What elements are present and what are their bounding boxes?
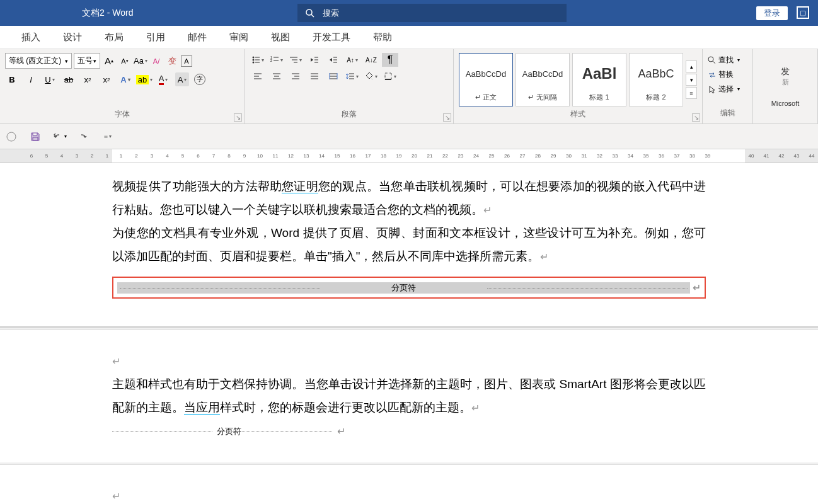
change-case-button[interactable]: Aa [134,54,147,68]
paragraph-2[interactable]: 为使您的文档具有专业外观，Word 提供了页眉、页脚、封面和文本框设计，这些设计… [112,221,706,268]
save-icon [30,131,41,142]
replace-icon [708,71,717,79]
ribbon-tabs: 插入 设计 布局 引用 邮件 审阅 视图 开发工具 帮助 [0,26,818,49]
sort-button[interactable]: A↓Z [363,53,379,67]
qat-customize[interactable]: ＝▾ [100,129,115,144]
qat-button-1[interactable] [4,129,19,144]
styles-expand[interactable]: ≡ [686,87,697,99]
font-name-select[interactable]: 等线 (西文正文)▾ [5,53,72,69]
phonetic-guide-button[interactable]: A/ [149,54,163,68]
styles-dialog-launcher[interactable]: ↘ [692,113,700,122]
tab-insert[interactable]: 插入 [19,26,43,49]
tab-mailings[interactable]: 邮件 [185,26,209,49]
page-1: 视频提供了功能强大的方法帮助您证明您的观点。当您单击联机视频时，可以在想要添加的… [0,163,818,328]
break-mark-icon: ↵ [693,282,701,294]
shrink-font-button[interactable]: A▾ [118,54,132,68]
tab-design[interactable]: 设计 [60,26,84,49]
bullets-button[interactable] [250,53,266,67]
break-mark-icon: ↵ [337,425,345,437]
empty-para[interactable]: ↵ [112,349,706,372]
horizontal-ruler[interactable]: 654321 123456789101112131415161718192021… [0,149,818,163]
shading-button[interactable] [363,69,379,83]
paragraph-3[interactable]: 主题和样式也有助于文档保持协调。当您单击设计并选择新的主题时，图片、图表或 Sm… [112,372,706,419]
page-break-highlighted[interactable]: 分页符 ↵ [112,277,706,299]
para-dialog-launcher[interactable]: ↘ [443,113,451,122]
tab-view[interactable]: 视图 [268,26,292,49]
font-group-label: 字体 [4,108,240,121]
search-icon [708,56,717,65]
replace-button[interactable]: 替换 [706,67,749,82]
styles-scroll-up[interactable]: ▴ [686,60,697,72]
redo-button[interactable] [76,129,91,144]
svg-line-44 [713,61,715,64]
font-size-select[interactable]: 五号▾ [74,53,100,69]
bold-button[interactable]: B [5,72,19,86]
char-shading-button[interactable]: A [175,72,189,86]
enclose-char-button[interactable]: 字 [194,74,205,85]
edit-group-label: 编辑 [706,106,749,120]
tab-developer[interactable]: 开发工具 [310,26,353,49]
page-break-2[interactable]: 分页符 ↵ [112,425,345,437]
search-box[interactable]: 搜索 [297,4,567,22]
highlight-button[interactable]: ab [137,72,151,86]
increase-indent-button[interactable] [325,53,342,67]
distributed-button[interactable] [325,69,342,83]
clear-format-button[interactable]: 变 [165,54,179,68]
subscript-button[interactable]: x2 [81,72,95,86]
style-no-spacing[interactable]: AaBbCcDd ↵ 无间隔 [516,53,570,106]
document-area[interactable]: 视频提供了功能强大的方法帮助您证明您的观点。当您单击联机视频时，可以在想要添加的… [0,163,818,503]
asian-layout-button[interactable]: A↕ [344,53,360,67]
line-spacing-button[interactable] [344,69,360,83]
styles-group: AaBbCcDd ↵ 正文 AaBbCcDd ↵ 无间隔 AaBl 标题 1 A… [454,49,703,123]
save-button[interactable] [28,129,43,144]
search-icon [305,8,315,18]
document-title: 文档2 - Word [82,8,133,19]
microsoft-group: 发 新 Microsoft [753,49,818,123]
find-button[interactable]: 查找▾ [706,53,749,67]
style-heading2[interactable]: AaBbC 标题 2 [629,53,683,106]
para-group-label: 段落 [248,108,449,121]
svg-point-6 [253,62,255,64]
styles-group-label: 样式 [458,108,698,121]
superscript-button[interactable]: x2 [100,72,113,86]
svg-point-43 [708,57,713,62]
font-dialog-launcher[interactable]: ↘ [234,113,242,122]
tab-references[interactable]: 引用 [144,26,168,49]
justify-button[interactable] [306,69,323,83]
style-normal[interactable]: AaBbCcDd ↵ 正文 [459,53,513,106]
align-center-button[interactable] [268,69,285,83]
tab-help[interactable]: 帮助 [371,26,395,49]
svg-rect-41 [385,73,391,79]
multilevel-list-button[interactable] [287,53,304,67]
align-left-button[interactable] [250,69,266,83]
strikethrough-button[interactable]: ab [62,72,76,86]
svg-line-1 [311,14,314,17]
grow-font-button[interactable]: A▴ [102,54,116,68]
tab-review[interactable]: 审阅 [227,26,251,49]
borders-button[interactable] [382,69,398,83]
italic-button[interactable]: I [24,72,38,86]
underline-button[interactable]: U [43,72,57,86]
text-effects-button[interactable]: A [118,72,132,86]
undo-button[interactable]: ▾ [52,129,67,144]
tab-layout[interactable]: 布局 [102,26,126,49]
select-button[interactable]: 选择▾ [706,82,749,96]
numbering-button[interactable]: 12 [268,53,285,67]
decrease-indent-button[interactable] [306,53,323,67]
paragraph-1[interactable]: 视频提供了功能强大的方法帮助您证明您的观点。当您单击联机视频时，可以在想要添加的… [112,175,706,221]
page-2: ↵ 主题和样式也有助于文档保持协调。当您单击设计并选择新的主题时，图片、图表或 … [0,329,818,462]
empty-para-2[interactable]: ↵ [112,484,706,503]
show-marks-button[interactable]: ¶ [382,53,398,67]
font-color-button[interactable]: A [156,72,170,86]
align-right-button[interactable] [287,69,304,83]
redo-icon [78,131,89,142]
svg-point-45 [7,132,16,141]
login-button[interactable]: 登录 [756,6,788,20]
character-border-button[interactable]: A [181,55,192,67]
ribbon-options-icon[interactable]: ▢ [797,6,809,19]
quick-access-toolbar: ▾ ＝▾ [0,124,818,149]
svg-point-4 [253,59,255,61]
styles-scroll-down[interactable]: ▾ [686,74,697,86]
cursor-icon [708,85,717,94]
style-heading1[interactable]: AaBl 标题 1 [572,53,626,106]
